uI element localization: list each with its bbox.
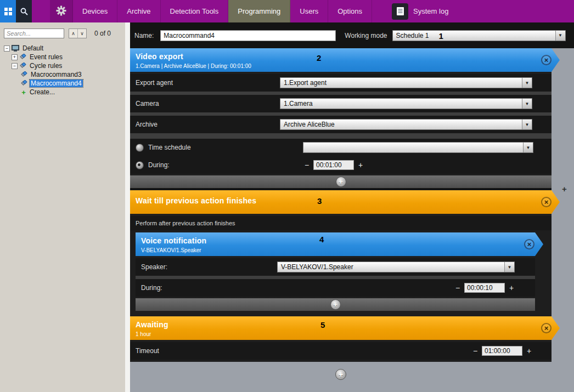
voice-during-label: During: <box>141 284 162 292</box>
name-label: Name: <box>134 32 154 39</box>
rule-icon <box>19 63 26 70</box>
tree-item-macrocommand4[interactable]: Macrocommand4 <box>3 79 125 88</box>
tab-options[interactable]: Options <box>328 0 372 22</box>
tab-users[interactable]: Users <box>290 0 328 22</box>
sidebar-splitter[interactable] <box>125 22 130 392</box>
voice-notification-header[interactable]: Voice notification V-BELYAKOV/1.Speaker … <box>136 232 543 256</box>
add-block-button[interactable]: + <box>335 369 346 380</box>
system-log-label: System log <box>413 7 448 15</box>
tree-item-event-rules[interactable]: + Event rules <box>3 53 125 61</box>
row-separator <box>130 133 552 139</box>
minus-icon[interactable]: − <box>471 346 479 355</box>
speaker-label: Speaker: <box>141 263 277 271</box>
block-title: Wait till previous action finishes <box>136 196 560 205</box>
search-match-count: 0 of 0 <box>94 30 111 37</box>
expand-box-icon[interactable]: + <box>12 54 18 60</box>
during-stepper: − + <box>303 160 364 170</box>
macro-name-input[interactable] <box>160 30 336 41</box>
export-agent-dropdown[interactable]: 1.Export agent ▼ <box>280 77 532 88</box>
add-action-button[interactable]: + <box>330 299 341 310</box>
timeout-stepper: − + <box>471 346 533 356</box>
close-icon[interactable]: × <box>541 323 552 333</box>
during-radio[interactable] <box>136 161 144 169</box>
minus-icon[interactable]: − <box>454 283 462 292</box>
time-schedule-radio[interactable] <box>136 144 144 152</box>
app-grid-icon[interactable] <box>0 0 16 22</box>
tree-label-event-rules[interactable]: Event rules <box>29 53 64 61</box>
time-schedule-label: Time schedule <box>148 144 303 151</box>
awaiting-block: Awaiting 1 hour 5 × Timeout − + <box>130 316 574 362</box>
close-icon[interactable]: × <box>524 239 534 249</box>
tab-detection-tools[interactable]: Detection Tools <box>161 0 229 22</box>
tree-label-macrocommand4-selected[interactable]: Macrocommand4 <box>30 79 83 87</box>
minus-icon[interactable]: − <box>303 161 311 169</box>
awaiting-settings: Timeout − + <box>130 340 552 362</box>
document-icon <box>392 3 408 20</box>
voice-during-stepper: − + <box>454 283 515 293</box>
chevron-down-icon[interactable]: ▼ <box>504 262 514 272</box>
plus-icon[interactable]: + <box>508 283 515 292</box>
close-icon[interactable]: × <box>541 55 552 65</box>
tree-label-create[interactable]: Create... <box>29 88 56 96</box>
block-title: Video export <box>136 52 560 61</box>
working-mode-dropdown[interactable]: Schedule 1 1 ▼ <box>392 30 566 41</box>
video-export-block: Video export 1.Camera | Archive AliceBlu… <box>130 48 574 188</box>
tree-label-default[interactable]: Default <box>21 44 44 52</box>
annotation-4: 4 <box>319 235 324 244</box>
voice-during-input[interactable] <box>464 283 505 293</box>
chevron-down-icon[interactable]: ▼ <box>523 143 533 152</box>
chevron-down-icon[interactable]: ▼ <box>522 99 532 109</box>
tree-item-macrocommand3[interactable]: Macrocommand3 <box>3 70 125 79</box>
tree-item-cycle-rules[interactable]: − Cycle rules <box>3 61 125 70</box>
timeout-label: Timeout <box>136 347 159 355</box>
macro-blocks-area: Video export 1.Camera | Archive AliceBlu… <box>130 48 574 387</box>
plus-icon[interactable]: + <box>525 346 533 355</box>
tab-programming[interactable]: Programming <box>228 0 290 22</box>
create-plus-icon: + <box>20 88 27 96</box>
search-nav-spinner: ∧ ∨ <box>69 29 87 38</box>
insert-action-button[interactable]: + <box>560 185 569 193</box>
tree-label-cycle-rules[interactable]: Cycle rules <box>29 62 63 70</box>
export-agent-row: Export agent 1.Export agent ▼ <box>130 74 552 92</box>
plus-icon[interactable]: + <box>357 161 364 169</box>
chevron-down-icon[interactable]: ▼ <box>555 31 565 41</box>
annotation-1: 1 <box>439 31 443 41</box>
collapse-box-icon[interactable]: − <box>4 46 10 52</box>
gear-icon <box>56 5 66 18</box>
add-block-bar: + <box>130 362 552 387</box>
collapse-box-icon[interactable]: − <box>12 63 18 69</box>
search-prev-button[interactable]: ∧ <box>69 29 78 38</box>
video-export-header[interactable]: Video export 1.Camera | Archive AliceBlu… <box>130 48 560 72</box>
timeout-input[interactable] <box>482 346 522 356</box>
voice-add-bar: + <box>136 298 535 311</box>
chevron-down-icon[interactable]: ▼ <box>522 78 532 88</box>
macro-name-bar: Name: Working mode Schedule 1 1 ▼ <box>130 22 574 48</box>
during-input[interactable] <box>313 160 354 170</box>
tab-archive[interactable]: Archive <box>117 0 160 22</box>
wait-section: Perform after previous action finishes V… <box>130 214 552 316</box>
close-icon[interactable]: × <box>541 197 552 207</box>
perform-after-text: Perform after previous action finishes <box>136 220 235 226</box>
speaker-dropdown[interactable]: V-BELYAKOV/1.Speaker ▼ <box>277 262 515 272</box>
archive-dropdown[interactable]: Archive AliceBlue ▼ <box>280 119 532 130</box>
camera-dropdown[interactable]: 1.Camera ▼ <box>280 98 532 109</box>
during-label: During: <box>148 161 303 169</box>
time-schedule-row: Time schedule ▼ <box>130 139 552 156</box>
tree-item-default[interactable]: − Default <box>3 44 125 53</box>
rule-icon <box>19 54 26 61</box>
voice-during-row: During: − + <box>136 279 535 297</box>
search-icon[interactable] <box>16 0 32 22</box>
system-log-button[interactable]: System log <box>385 0 455 22</box>
top-toolbar: Devices Archive Detection Tools Programm… <box>0 0 574 22</box>
wait-header[interactable]: Wait till previous action finishes 3 × <box>130 190 560 214</box>
tab-devices[interactable]: Devices <box>73 0 117 22</box>
tree-label-macrocommand3[interactable]: Macrocommand3 <box>30 71 83 78</box>
time-schedule-dropdown[interactable]: ▼ <box>303 142 533 153</box>
chevron-down-icon[interactable]: ▼ <box>522 120 532 129</box>
search-input[interactable] <box>4 29 64 38</box>
add-action-button[interactable]: + <box>336 177 346 187</box>
tree-item-create[interactable]: + Create... <box>3 88 125 96</box>
settings-gear-tab[interactable] <box>50 0 73 22</box>
awaiting-header[interactable]: Awaiting 1 hour 5 × <box>130 316 560 340</box>
search-next-button[interactable]: ∨ <box>78 29 86 38</box>
